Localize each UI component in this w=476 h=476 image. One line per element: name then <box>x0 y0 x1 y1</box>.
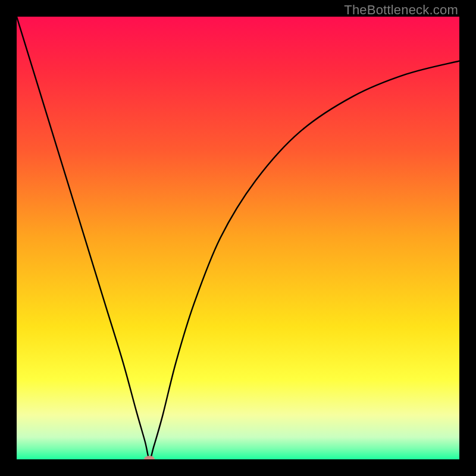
plot-area <box>17 17 459 459</box>
bottleneck-curve <box>17 17 459 459</box>
chart-frame: TheBottleneck.com <box>0 0 476 476</box>
minimum-marker <box>144 456 155 459</box>
watermark-text: TheBottleneck.com <box>344 2 458 18</box>
